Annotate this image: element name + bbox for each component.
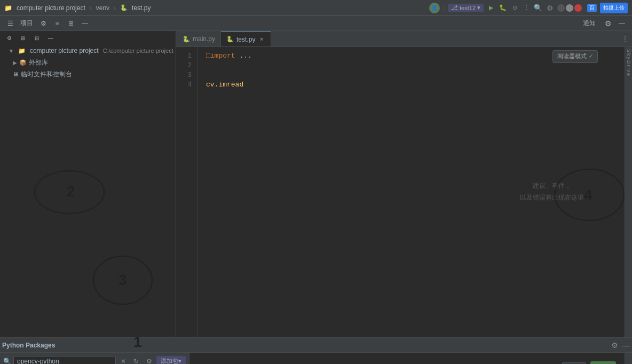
title-sep2: › <box>114 4 116 12</box>
reader-mode-check: ✓ <box>589 52 593 61</box>
pkg-close-icon[interactable]: — <box>620 339 632 351</box>
branch-name: test12 <box>460 5 476 11</box>
maximize-button[interactable] <box>566 4 573 12</box>
pkg-panel-title-area: Python Packages <box>2 342 60 349</box>
sidebar: ⚙ ⊞ ⊟ — ▼ 📁 computer picture project C:\… <box>0 31 176 337</box>
toolbar-grid-icon[interactable]: ⊞ <box>65 18 77 29</box>
toolbar: ☰ 项目 ⚙ ≡ ⊞ — 通知 ⚙ — <box>0 16 632 31</box>
close-button[interactable] <box>574 4 582 12</box>
tab-test[interactable]: 🐍 test.py ✕ <box>221 31 271 46</box>
sidebar-root-item[interactable]: ▼ 📁 computer picture project C:\computer… <box>0 45 176 57</box>
coverage-button[interactable]: ⊙ <box>510 4 519 12</box>
temp-files-icon: 🖥 <box>13 71 19 77</box>
reader-mode-button[interactable]: 阅读器模式 ✓ <box>552 50 598 63</box>
run-button[interactable]: ▶ <box>487 4 495 12</box>
sidebar-project-path: C:\computer picture project <box>103 48 173 54</box>
pkg-panel-title: Python Packages <box>2 342 55 349</box>
more-button[interactable]: ⋮ <box>522 4 531 12</box>
sidebar-toolbar: ⚙ ⊞ ⊟ — <box>0 31 176 45</box>
title-sep1: › <box>90 4 92 12</box>
clear-search-icon[interactable]: ✕ <box>118 356 129 365</box>
project-icon: 📁 <box>4 4 12 12</box>
temp-files-label: 临时文件和控制台 <box>21 70 72 79</box>
line-num-3: 3 <box>176 70 192 80</box>
pkg-settings-icon[interactable]: ⚙ <box>609 339 620 351</box>
keyword-import: □import <box>206 52 235 60</box>
title-bar-right: 👤 | ⎇ test12 ▾ ▶ 🐛 ⊙ ⋮ 🔍 ⚙ 百 拍摄上传 <box>429 3 628 13</box>
add-package-button[interactable]: 添加包▾ <box>156 356 186 364</box>
ai-hint-line1: 建议、事件， <box>520 180 584 192</box>
ext-libs-arrow: ▶ <box>13 60 17 66</box>
toolbar-settings-icon[interactable]: ⚙ <box>37 18 49 29</box>
search-icon[interactable]: 🔍 <box>534 4 542 12</box>
pkg-options-icon[interactable]: ⚙ <box>144 356 154 365</box>
file-label: test.py <box>132 4 151 12</box>
bookmarks-strip: Bookmarks <box>625 353 632 364</box>
code-line-3 <box>206 70 616 80</box>
sidebar-expand-icon[interactable]: ⊞ <box>17 32 29 44</box>
editor-container: 🐍 main.py 🐍 test.py ✕ ⋮ 1 2 3 4 □import <box>176 31 632 337</box>
root-expand-arrow: ▼ <box>9 48 14 54</box>
side-strip-label: SkyDrive <box>626 49 631 77</box>
settings-button[interactable]: ⚙ <box>546 4 554 12</box>
reader-mode-label: 阅读器模式 <box>557 52 587 61</box>
title-bar-left: 📁 computer picture project › venv › 🐍 te… <box>4 4 151 12</box>
venv-label: venv <box>96 4 109 12</box>
sidebar-settings-icon[interactable]: ⚙ <box>3 32 15 44</box>
toolbar-close-icon[interactable]: — <box>616 18 628 29</box>
package-sidebar: 🔍 ✕ ↻ ⚙ 添加包▾ ▶ 已安装（找到 1 个） opencv-python <box>0 353 189 364</box>
code-dots: ... <box>239 52 251 60</box>
main-content: ⚙ ⊞ ⊟ — ▼ 📁 computer picture project C:\… <box>0 31 632 337</box>
file-icon: 🐍 <box>120 4 128 11</box>
tab-main[interactable]: 🐍 main.py <box>177 31 221 46</box>
package-search-bar: 🔍 ✕ ↻ ⚙ 添加包▾ <box>0 353 189 364</box>
baidu-icon: 百 <box>587 4 597 12</box>
line-numbers: 1 2 3 4 <box>176 47 198 337</box>
refresh-icon[interactable]: ↻ <box>131 356 141 365</box>
sidebar-collapse-icon[interactable]: ⊟ <box>31 32 43 44</box>
bottom-tab-bar: Python Packages ⚙ — <box>0 338 632 353</box>
tab-options-button[interactable]: ⋮ <box>618 35 632 43</box>
project-icon-sidebar: 📁 <box>16 45 28 57</box>
editor: 1 2 3 4 □import ... cv.imread 阅读器模式 ✓ <box>176 47 632 337</box>
sidebar-minus-icon[interactable]: — <box>45 32 57 44</box>
minimize-button[interactable] <box>557 4 565 12</box>
notify-label[interactable]: 通知 <box>579 19 600 28</box>
project-name: computer picture project <box>17 4 85 12</box>
avatar-button[interactable]: 👤 <box>429 3 440 13</box>
toolbar-minus-icon[interactable]: — <box>79 18 91 29</box>
top-gear-icon[interactable]: ⚙ <box>602 18 614 29</box>
tab-test-label: test.py <box>236 36 255 43</box>
baidu-upload-button[interactable]: 拍摄上传 <box>600 3 628 13</box>
package-search-input[interactable] <box>13 356 116 365</box>
hamburger-icon[interactable]: ☰ <box>4 18 16 29</box>
ext-libs-icon: 📦 <box>19 59 27 66</box>
code-cv-imread: cv.imread <box>206 81 243 89</box>
add-label: 添加包▾ <box>161 357 181 364</box>
pkg-version-selector[interactable]: 最新 ▾ <box>562 362 586 364</box>
package-detail: opencv-python-3 最新 ▾ 安装 在当前仓库中找不到文档 <box>189 353 625 364</box>
ext-libs-label: 外部库 <box>29 58 48 67</box>
tab-test-close[interactable]: ✕ <box>258 36 265 43</box>
line-num-2: 2 <box>176 61 192 70</box>
tab-main-icon: 🐍 <box>183 36 190 43</box>
bottom-panel: Python Packages ⚙ — 🔍 ✕ ↻ ⚙ 添加包▾ <box>0 337 632 364</box>
sidebar-external-libs[interactable]: ▶ 📦 外部库 <box>0 57 176 68</box>
line-num-1: 1 <box>176 51 192 61</box>
tab-test-icon: 🐍 <box>226 36 234 43</box>
tab-main-label: main.py <box>193 35 215 43</box>
pkg-detail-actions: 最新 ▾ 安装 <box>562 361 616 364</box>
pkg-detail-header: opencv-python-3 最新 ▾ 安装 <box>198 361 616 364</box>
sidebar-temp-files[interactable]: 🖥 临时文件和控制台 <box>0 68 176 80</box>
sidebar-project-name: computer picture project <box>30 47 99 54</box>
package-panel: 🔍 ✕ ↻ ⚙ 添加包▾ ▶ 已安装（找到 1 个） opencv-python <box>0 353 632 364</box>
ai-hint-line2: 以及错误将出现在这里 <box>520 192 584 204</box>
install-button[interactable]: 安装 <box>590 361 616 364</box>
debug-button[interactable]: 🐛 <box>499 4 507 12</box>
branch-button[interactable]: ⎇ test12 ▾ <box>448 4 484 12</box>
code-line-4: cv.imread <box>206 80 616 90</box>
tab-bar: 🐍 main.py 🐍 test.py ✕ ⋮ <box>176 31 632 47</box>
ai-hint: 建议、事件， 以及错误将出现在这里 <box>520 180 584 203</box>
line-num-4: 4 <box>176 80 192 90</box>
toolbar-list-icon[interactable]: ≡ <box>51 18 63 29</box>
